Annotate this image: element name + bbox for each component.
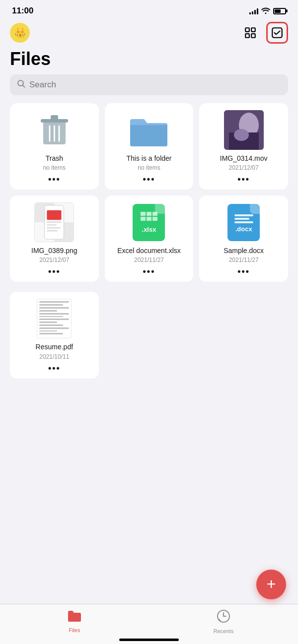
file-name: Excel document.xlsx [117, 246, 181, 255]
png-thumbnail [34, 202, 74, 242]
clock-tab-icon [217, 609, 230, 627]
list-item[interactable]: IMG_0314.mov 2021/12/07 ••• [199, 103, 288, 190]
more-button[interactable]: ••• [48, 363, 61, 374]
list-item[interactable]: Trash no items ••• [10, 103, 99, 190]
list-item[interactable]: This is a folder no items ••• [105, 103, 194, 190]
more-button[interactable]: ••• [237, 174, 250, 185]
pdf-thumbnail [34, 299, 74, 338]
tab-recents-label: Recents [214, 628, 233, 634]
status-icons [249, 7, 286, 15]
search-icon [17, 79, 25, 90]
file-date: 2021/12/07 [229, 164, 259, 171]
list-item[interactable]: IMG_0389.png 2021/12/07 ••• [10, 195, 99, 282]
svg-rect-23 [47, 221, 62, 223]
search-input[interactable] [29, 80, 281, 90]
svg-rect-24 [47, 224, 57, 226]
page-title: Files [0, 46, 298, 74]
more-button[interactable]: ••• [48, 174, 61, 185]
svg-rect-25 [47, 227, 61, 229]
files-grid: Trash no items ••• This is a folder no i… [0, 103, 298, 282]
svg-rect-3 [251, 34, 255, 38]
tab-bar: Files Recents [0, 604, 298, 644]
file-date: no items [43, 164, 66, 171]
tab-files[interactable]: Files [0, 609, 149, 634]
more-button[interactable]: ••• [143, 174, 155, 185]
status-bar: 11:00 [0, 0, 298, 18]
status-time: 11:00 [12, 6, 33, 16]
more-button[interactable]: ••• [237, 266, 250, 277]
file-name: Resume.pdf [36, 342, 73, 351]
docx-icon: .docx [224, 202, 264, 242]
svg-rect-9 [51, 115, 58, 120]
header: 👑 [0, 18, 298, 46]
folder-tab-icon [68, 609, 81, 626]
trash-icon [34, 110, 74, 150]
svg-rect-1 [251, 28, 255, 32]
folder-icon [129, 110, 169, 150]
tab-files-label: Files [69, 627, 80, 633]
battery-icon [273, 8, 286, 14]
svg-rect-26 [47, 230, 58, 232]
svg-rect-2 [245, 34, 249, 38]
plus-icon: + [267, 576, 276, 592]
file-name: IMG_0314.mov [220, 154, 268, 163]
select-button[interactable] [266, 22, 288, 44]
file-date: 2021/10/11 [39, 353, 69, 360]
files-grid-bottom: Resume.pdf 2021/10/11 ••• [0, 292, 298, 378]
file-date: 2021/12/07 [39, 257, 69, 263]
file-name: Trash [46, 154, 63, 163]
list-item[interactable]: .docx Sample.docx 2021/11/27 ••• [199, 195, 288, 282]
svg-line-6 [23, 85, 25, 87]
search-bar[interactable] [10, 74, 288, 95]
more-button[interactable]: ••• [48, 266, 61, 277]
file-name: Sample.docx [224, 246, 264, 255]
add-button[interactable]: + [256, 570, 286, 599]
grid-view-button[interactable] [239, 22, 261, 44]
list-item[interactable]: Resume.pdf 2021/10/11 ••• [10, 292, 99, 378]
svg-rect-0 [245, 28, 249, 32]
svg-rect-22 [47, 210, 62, 220]
xlsx-icon: .xlsx [129, 202, 169, 242]
tab-recents[interactable]: Recents [149, 609, 298, 634]
avatar[interactable]: 👑 [10, 23, 30, 43]
svg-point-16 [234, 129, 249, 141]
header-icons [239, 22, 288, 44]
more-button[interactable]: ••• [143, 266, 155, 277]
home-indicator [119, 639, 179, 641]
signal-icon [249, 7, 258, 14]
file-date: 2021/11/27 [134, 257, 164, 263]
list-item[interactable]: .xlsx Excel document.xlsx 2021/11/27 ••• [105, 195, 194, 282]
file-name: This is a folder [126, 154, 171, 163]
file-date: 2021/11/27 [229, 257, 259, 263]
video-thumbnail [224, 110, 264, 150]
file-date: no items [138, 164, 160, 171]
file-name: IMG_0389.png [31, 246, 77, 255]
wifi-icon [261, 7, 270, 15]
